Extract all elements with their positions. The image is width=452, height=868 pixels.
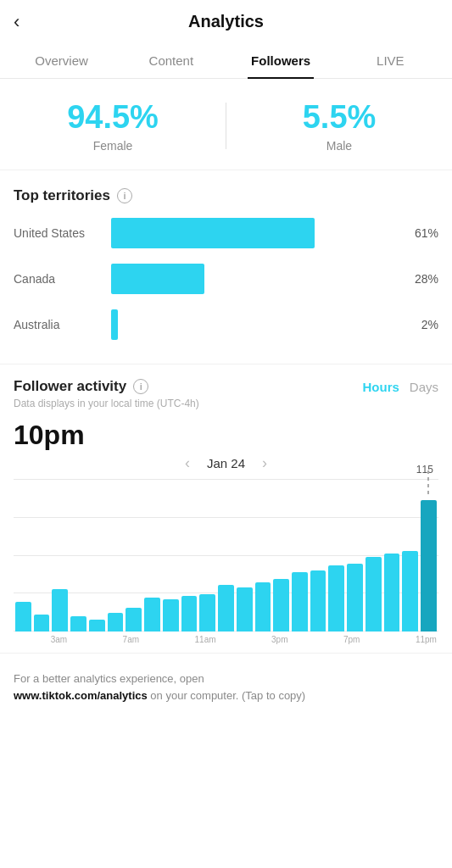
tab-followers[interactable]: Followers [226,43,336,78]
activity-bar [199,594,215,632]
toggle-days[interactable]: Days [410,380,438,394]
chart-x-label [290,635,305,644]
bar-col [52,487,68,632]
peak-dashed-line [427,470,429,496]
chart-x-label [236,635,251,644]
chart-x-labels: 3am7am11am3pm7pm11pm [14,635,438,644]
bars-wrapper: 115 [14,487,438,632]
chart-x-label [70,635,85,644]
activity-subtitle: Data displays in your local time (UTC-4h… [14,398,438,409]
grid-line-1 [14,479,438,480]
activity-bar [328,565,344,632]
bar-col [34,487,50,632]
top-territories-section: Top territories i United States61%Canada… [0,170,452,364]
chart-x-label [15,635,31,644]
chart-x-label [33,635,48,644]
territory-bar-wrap [111,309,399,340]
page-title: Analytics [188,12,264,31]
tab-live[interactable]: LIVE [336,43,445,78]
bar-col [199,487,215,632]
top-territories-info-icon[interactable]: i [117,188,132,203]
chart-x-label [177,635,193,644]
bar-col [328,487,344,632]
bar-col [384,487,400,632]
bar-col [402,487,418,632]
chart-x-label [87,635,103,644]
activity-bar [402,551,418,632]
territory-list: United States61%Canada28%Australia2% [14,218,438,340]
activity-bar [366,557,382,632]
bar-col [366,487,382,632]
bar-col [218,487,234,632]
territory-bar [111,218,315,248]
bar-col [70,487,86,632]
activity-bar [89,620,105,632]
date-label: Jan 24 [207,456,245,470]
male-percentage: 5.5% [226,99,452,136]
follower-activity-section: Follower activity i Hours Days Data disp… [0,364,452,413]
chart-bars-area: 115 [14,479,438,632]
activity-bar [34,615,50,632]
male-label: Male [226,139,452,153]
bar-col [144,487,160,632]
chart-x-label: 7pm [343,635,360,644]
bar-col [255,487,271,632]
activity-bar [108,613,124,632]
chart-x-label: 11pm [416,635,437,644]
footer-text2: on your computer. (Tap to copy) [150,689,305,702]
gender-section: 94.5% Female 5.5% Male [0,79,452,170]
territory-bar [111,264,204,294]
chart-x-label: 3am [51,635,67,644]
tab-overview[interactable]: Overview [7,43,116,78]
activity-bar [126,608,142,632]
bar-col [89,487,105,632]
territory-percentage: 2% [408,318,438,331]
date-prev-arrow[interactable]: ‹ [185,454,190,472]
footer-note: For a better analytics experience, open … [0,653,452,717]
activity-info-icon[interactable]: i [133,379,148,394]
activity-bar [255,582,271,632]
female-percentage: 94.5% [0,99,226,136]
activity-bar [421,500,437,632]
activity-bar [273,579,289,632]
bar-col: 115 [421,487,437,632]
date-next-arrow[interactable]: › [262,454,267,472]
activity-bar [237,587,253,632]
territory-bar-wrap [111,264,399,294]
header: ‹ Analytics [0,0,452,43]
activity-title-row: Follower activity i Hours Days [14,378,438,395]
chart-x-label [159,635,175,644]
peak-time: 10pm [0,413,452,454]
footer-link[interactable]: www.tiktok.com/analytics [14,689,148,702]
activity-bar [218,585,234,632]
bar-col [15,487,31,632]
territory-name: United States [14,226,111,240]
territory-name: Australia [14,318,111,331]
chart-x-label [308,635,323,644]
activity-chart: ‹ Jan 24 › 115 3am7am11am3pm7pm11pm [0,454,452,653]
bar-col [108,487,124,632]
territory-percentage: 61% [408,226,438,240]
activity-bar [310,570,326,632]
tab-content[interactable]: Content [116,43,226,78]
chart-x-label [326,635,341,644]
date-navigation: ‹ Jan 24 › [14,454,438,472]
bar-col [273,487,289,632]
territory-row: Australia2% [14,309,438,340]
territory-row: United States61% [14,218,438,248]
chart-x-label [398,635,413,644]
chart-x-label: 11am [195,635,216,644]
territory-bar-wrap [111,218,399,248]
activity-bar [144,598,160,632]
territory-row: Canada28% [14,264,438,294]
activity-bar [292,572,308,632]
activity-bar [70,616,86,632]
toggle-hours[interactable]: Hours [362,380,399,394]
bar-col [310,487,326,632]
top-territories-title: Top territories i [14,187,438,204]
back-button[interactable]: ‹ [14,11,20,33]
territory-name: Canada [14,272,111,286]
territory-bar [111,309,118,340]
gender-male: 5.5% Male [226,99,452,153]
bar-col [163,487,179,632]
